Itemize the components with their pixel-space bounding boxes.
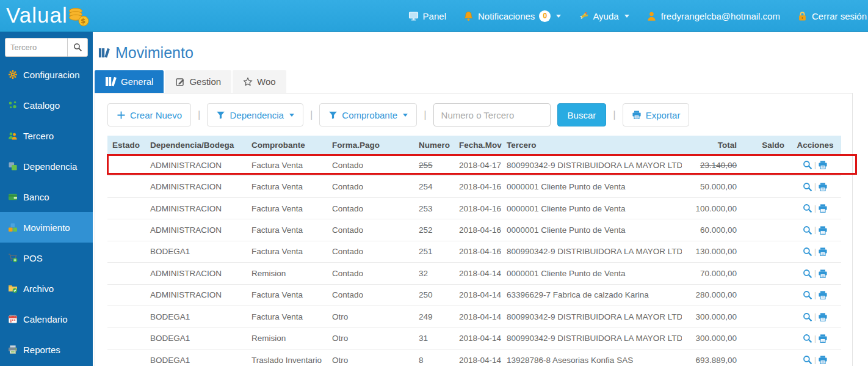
cell-numero: 252	[414, 219, 454, 241]
table-row: ADMINISTRACIONFactura VentaContado255201…	[107, 155, 841, 176]
cell-total: 60.000,00	[682, 219, 742, 241]
cell-estado	[107, 155, 145, 176]
nav-item-label: Notificaciones	[478, 11, 535, 21]
tab-gestion[interactable]: Gestion	[165, 70, 231, 93]
buscar-button[interactable]: Buscar	[557, 103, 607, 126]
sidebar-item-label: Calendario	[23, 314, 68, 324]
plus-icon	[117, 111, 126, 120]
cell-dependencia: BODEGA1	[145, 328, 247, 349]
books-icon	[105, 76, 117, 87]
nav-item-cerrar-sesi-n[interactable]: Cerrar sesión	[797, 11, 867, 21]
sidebar-item-catalogo[interactable]: Catalogo	[0, 90, 93, 120]
cell-dependencia: ADMINISTRACION	[145, 263, 247, 284]
print-action-icon[interactable]	[818, 247, 828, 257]
cell-comprobante: Factura Venta	[247, 197, 327, 219]
print-action-icon[interactable]	[818, 269, 828, 279]
print-action-icon[interactable]	[818, 334, 828, 343]
exportar-label: Exportar	[646, 110, 681, 120]
cell-saldo	[742, 349, 789, 366]
cell-dependencia: ADMINISTRACION	[145, 284, 247, 306]
tercero-search-button[interactable]	[67, 38, 88, 57]
tercero-search-input[interactable]	[5, 38, 67, 57]
table-row: BODEGA1Traslado InventarioOtro82018-04-1…	[107, 349, 841, 366]
tab-woo[interactable]: Woo	[233, 70, 286, 93]
sidebar-item-calendario[interactable]: Calendario	[0, 304, 93, 334]
search-action-icon[interactable]	[803, 203, 812, 213]
star-icon	[243, 77, 253, 87]
tab-label: Gestion	[189, 76, 221, 87]
print-action-icon[interactable]	[818, 182, 828, 192]
cell-total: 23.140,00	[682, 155, 742, 176]
filter-icon	[216, 111, 225, 120]
cell-saldo	[742, 284, 789, 306]
sidebar-item-tercero[interactable]: Tercero	[0, 120, 93, 151]
svg-text:$: $	[81, 16, 87, 25]
sidebar-item-movimiento[interactable]: Movimiento	[0, 212, 93, 243]
cell-tercero: 0000001 Cliente Punto de Venta	[502, 176, 682, 197]
action-separator: |	[814, 290, 817, 299]
column-header-saldo: Saldo	[742, 136, 789, 155]
search-action-icon[interactable]	[803, 225, 812, 235]
cell-numero: 32	[414, 263, 454, 284]
tab-general[interactable]: General	[95, 70, 164, 93]
nav-item-fredyrangelcba-hotmail-com[interactable]: fredyrangelcba@hotmail.com	[646, 11, 780, 21]
main-content: Movimiento GeneralGestionWoo Crear Nuevo…	[93, 32, 868, 366]
sidebar-item-label: Banco	[23, 192, 49, 202]
action-separator: |	[814, 334, 817, 343]
search-action-icon[interactable]	[803, 160, 812, 170]
cell-acciones: |	[789, 306, 841, 328]
content-panel: Crear Nuevo | Dependencia | Comprobante …	[95, 93, 853, 366]
numero-tercero-input[interactable]	[433, 103, 551, 126]
table-header: EstadoDependencia/BodegaComprobanteForma…	[107, 136, 841, 155]
toolbar-separator: |	[310, 109, 313, 121]
sidebar-item-banco[interactable]: Banco	[0, 181, 93, 212]
sidebar-item-archivo[interactable]: Archivo	[0, 273, 93, 304]
cell-acciones: |	[789, 176, 841, 197]
nav-item-panel[interactable]: Panel	[408, 11, 446, 21]
sidebar-item-configuracion[interactable]: Configuracion	[0, 59, 93, 90]
nav-item-ayuda[interactable]: Ayuda	[578, 11, 629, 21]
action-separator: |	[814, 225, 817, 234]
search-action-icon[interactable]	[803, 290, 812, 300]
search-action-icon[interactable]	[803, 247, 812, 257]
toolbar: Crear Nuevo | Dependencia | Comprobante …	[95, 93, 852, 136]
search-action-icon[interactable]	[803, 334, 812, 343]
action-separator: |	[814, 247, 817, 256]
cell-dependencia: ADMINISTRACION	[145, 219, 247, 241]
cell-total: 130.000,00	[682, 241, 742, 262]
print-action-icon[interactable]	[818, 160, 828, 170]
cell-comprobante: Factura Venta	[247, 176, 327, 197]
cell-fecha-mov: 2018-04-14	[454, 306, 502, 328]
print-action-icon[interactable]	[818, 225, 828, 235]
sidebar-item-pos[interactable]: POS	[0, 243, 93, 273]
sidebar-item-dependencia[interactable]: Dependencia	[0, 151, 93, 181]
print-action-icon[interactable]	[818, 203, 828, 213]
brand-logo[interactable]: Valual $	[6, 2, 91, 29]
cell-dependencia: BODEGA1	[145, 241, 247, 262]
search-action-icon[interactable]	[803, 269, 812, 279]
nav-item-notificaciones[interactable]: Notificaciones0	[463, 10, 561, 22]
cell-tercero: 0000001 Cliente Punto de Venta	[502, 263, 682, 284]
search-action-icon[interactable]	[803, 355, 812, 365]
cell-tercero: 800990342-9 DISTRIBUIDORA LA MAYOR LTDA	[502, 328, 682, 349]
print-action-icon[interactable]	[818, 312, 828, 322]
cell-total: 50.000,00	[682, 176, 742, 197]
exportar-button[interactable]: Exportar	[623, 103, 690, 126]
print-action-icon[interactable]	[818, 290, 828, 300]
comprobante-filter-button[interactable]: Comprobante	[319, 103, 417, 126]
toolbar-separator: |	[613, 109, 615, 121]
bell-icon	[463, 11, 474, 21]
nav-item-label: Ayuda	[593, 11, 618, 21]
cell-saldo	[742, 219, 789, 241]
cell-estado	[107, 176, 145, 197]
search-action-icon[interactable]	[803, 312, 812, 322]
print-action-icon[interactable]	[818, 355, 828, 365]
sidebar-item-label: POS	[23, 253, 43, 263]
sidebar-item-reportes[interactable]: Reportes	[0, 334, 93, 365]
crear-nuevo-button[interactable]: Crear Nuevo	[107, 103, 191, 126]
search-action-icon[interactable]	[803, 182, 812, 192]
dependencia-filter-button[interactable]: Dependencia	[207, 103, 303, 126]
cell-total: 300.000,00	[682, 328, 742, 349]
cell-estado	[107, 306, 145, 328]
column-header-numero: Numero	[414, 136, 454, 155]
